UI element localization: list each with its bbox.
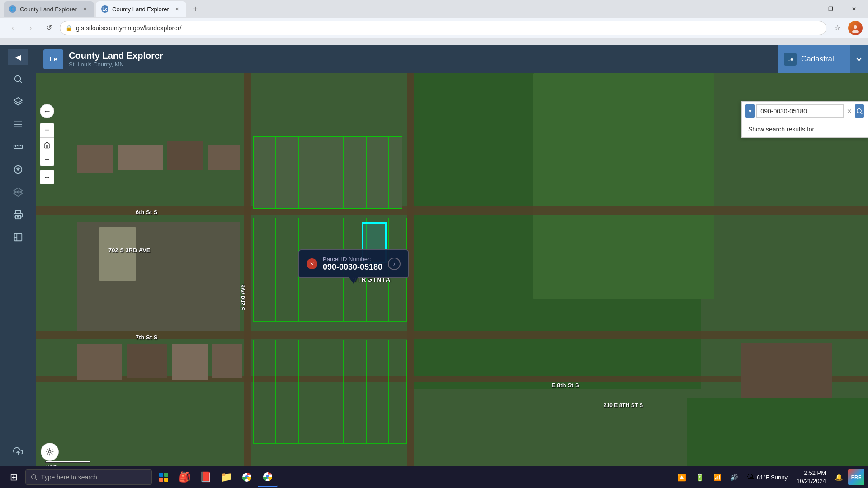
taskbar-notifications[interactable]: 🔔 <box>831 472 846 483</box>
taskbar-weather[interactable]: 🌤 61°F Sunny <box>743 471 791 483</box>
address-text: gis.stlouiscountymn.gov/landexplorer/ <box>76 24 821 32</box>
cadastral-panel[interactable]: Le Cadastral <box>778 45 868 73</box>
map-zoom-in-button[interactable]: + <box>40 123 54 137</box>
parcel-popup-nav-btn[interactable]: › <box>388 258 401 270</box>
map-extent-button[interactable]: ↔ <box>40 170 54 184</box>
svg-point-35 <box>49 451 51 453</box>
address-security-icon: 🔒 <box>66 25 72 31</box>
map-zoom-out-button[interactable]: − <box>40 152 54 166</box>
parcel-popup-id: 090-0030-05180 <box>323 263 382 272</box>
tab-favicon-2: Le <box>101 5 108 13</box>
sidebar-item-panel[interactable] <box>8 227 28 248</box>
svg-line-39 <box>35 479 37 480</box>
weather-text: 61°F Sunny <box>757 474 788 481</box>
taskbar-app-files[interactable]: 📁 <box>216 467 236 487</box>
tab-title-1: County Land Explorer <box>20 6 77 13</box>
parcel-popup: ✕ Parcel ID Number: 090-0030-05180 › <box>298 249 409 278</box>
taskbar-color-btn[interactable]: PRE <box>848 469 864 485</box>
sidebar: ◀ <box>0 45 36 488</box>
tab-title-2: County Land Explorer <box>112 6 169 13</box>
cadastral-logo: Le <box>784 53 797 66</box>
svg-point-0 <box>854 25 857 29</box>
svg-point-2 <box>15 76 21 82</box>
sidebar-item-layers[interactable] <box>8 91 28 112</box>
tab-close-2[interactable]: ✕ <box>173 5 181 13</box>
taskbar-date: 10/21/2024 <box>797 477 826 485</box>
taskbar: ⊞ Type here to search 🎒 📕 📁 🔼 🔋 📶 🔊 <box>0 466 868 488</box>
taskbar-sys-tray-btn[interactable]: 🔼 <box>674 471 690 483</box>
maximize-button[interactable]: ❐ <box>820 2 841 16</box>
sidebar-collapse-btn[interactable]: ◀ <box>8 49 28 65</box>
taskbar-system: 🔼 🔋 📶 🔊 🌤 61°F Sunny 2:52 PM 10/21/2024 … <box>674 469 864 485</box>
taskbar-app-chrome[interactable] <box>237 467 257 487</box>
map-area[interactable]: 6th St S 7th St S 702 S 3RD AVE S 2nd Av… <box>36 73 868 488</box>
back-nav-button[interactable]: ‹ <box>5 21 20 35</box>
parcel-popup-title: Parcel ID Number: <box>323 256 382 263</box>
scale-line <box>45 461 90 463</box>
tab-close-1[interactable]: ✕ <box>80 5 89 13</box>
nav-bar: ‹ › ↺ 🔒 gis.stlouiscountymn.gov/landexpl… <box>0 18 868 38</box>
taskbar-app-widgets[interactable] <box>154 467 174 487</box>
taskbar-battery[interactable]: 🔋 <box>692 471 708 483</box>
map-home-button[interactable] <box>40 137 54 152</box>
svg-rect-43 <box>164 478 168 482</box>
start-button[interactable]: ⊞ <box>4 467 24 487</box>
sidebar-item-list[interactable] <box>8 114 28 135</box>
sidebar-item-search[interactable] <box>8 69 28 89</box>
forward-nav-button[interactable]: › <box>24 21 38 35</box>
tab-active[interactable]: Le County Land Explorer ✕ <box>96 1 186 17</box>
road-label-702: 702 S 3RD AVE <box>108 247 151 253</box>
close-button[interactable]: ✕ <box>844 2 864 16</box>
tab-inactive[interactable]: 🌐 County Land Explorer ✕ <box>4 1 94 17</box>
svg-point-17 <box>17 169 19 170</box>
app-container: ◀ <box>0 45 868 488</box>
svg-point-38 <box>32 475 36 479</box>
taskbar-app-backpack[interactable]: 🎒 <box>175 467 194 487</box>
search-go-button[interactable] <box>855 104 864 118</box>
minimize-button[interactable]: — <box>797 2 817 16</box>
taskbar-clock[interactable]: 2:52 PM 10/21/2024 <box>793 469 830 485</box>
taskbar-search-placeholder: Type here to search <box>41 474 97 481</box>
svg-rect-40 <box>159 473 163 477</box>
taskbar-apps: 🎒 📕 📁 <box>154 467 672 487</box>
app-title: County Land Explorer <box>69 51 163 61</box>
svg-point-36 <box>857 109 861 113</box>
sidebar-item-measure[interactable] <box>8 136 28 157</box>
svg-rect-41 <box>164 473 168 477</box>
profile-button[interactable] <box>848 21 863 35</box>
taskbar-time: 2:52 PM <box>804 469 826 477</box>
cadastral-arrow[interactable] <box>850 45 868 73</box>
search-input[interactable] <box>756 104 844 118</box>
road-label-e8th: E 8th St S <box>552 382 579 389</box>
svg-rect-42 <box>159 478 163 482</box>
sidebar-item-overlay[interactable] <box>8 182 28 202</box>
road-label-6thst: 6th St S <box>136 209 157 216</box>
road-label-210e8th: 210 E 8TH ST S <box>604 402 643 408</box>
parcel-popup-close-btn[interactable]: ✕ <box>307 258 317 269</box>
app-subtitle: St. Louis County, MN <box>69 61 163 68</box>
road-label-s2nd: S 2nd Ave <box>240 285 246 310</box>
sidebar-item-export[interactable] <box>8 441 28 462</box>
reload-button[interactable]: ↺ <box>42 21 56 35</box>
search-suggestion[interactable]: Show search results for ... <box>742 121 868 137</box>
svg-line-3 <box>20 81 22 83</box>
taskbar-app-chrome-active[interactable] <box>258 467 278 487</box>
app-logo: Le <box>43 49 63 69</box>
svg-point-1 <box>852 30 859 33</box>
taskbar-app-ebook[interactable]: 📕 <box>195 467 215 487</box>
search-dropdown-button[interactable]: ▼ <box>745 104 755 118</box>
address-bar[interactable]: 🔒 gis.stlouiscountymn.gov/landexplorer/ <box>60 21 826 35</box>
add-tab-button[interactable]: + <box>188 2 203 16</box>
app-header: Le County Land Explorer St. Louis County… <box>36 45 868 73</box>
map-back-button[interactable]: ← <box>40 104 54 118</box>
locate-button[interactable] <box>41 443 59 461</box>
sidebar-item-print[interactable] <box>8 204 28 225</box>
title-bar: 🌐 County Land Explorer ✕ Le County Land … <box>0 0 868 18</box>
bookmark-button[interactable]: ☆ <box>830 21 844 35</box>
taskbar-network[interactable]: 📶 <box>710 472 725 483</box>
tab-favicon-1: 🌐 <box>9 5 16 13</box>
sidebar-item-style[interactable] <box>8 159 28 180</box>
taskbar-search[interactable]: Type here to search <box>25 469 152 485</box>
taskbar-volume[interactable]: 🔊 <box>726 472 741 483</box>
search-clear-button[interactable]: ✕ <box>845 106 853 117</box>
